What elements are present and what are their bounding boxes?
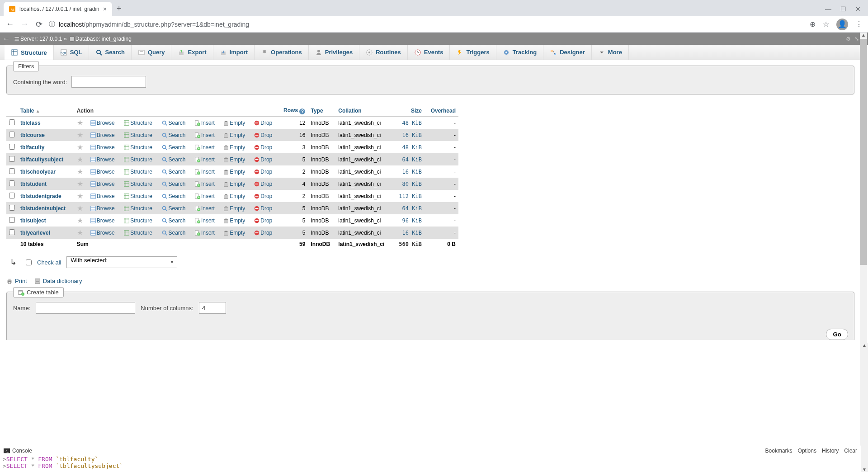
drop-link[interactable]: Drop — [254, 120, 272, 126]
empty-link[interactable]: Empty — [223, 205, 245, 212]
drop-link[interactable]: Drop — [254, 217, 272, 224]
row-checkbox[interactable] — [9, 144, 15, 150]
browse-link[interactable]: Browse — [90, 230, 115, 236]
empty-link[interactable]: Empty — [223, 144, 245, 151]
browse-link[interactable]: Browse — [90, 217, 115, 224]
search-link[interactable]: Search — [161, 181, 185, 187]
settings-icon[interactable]: ⚙ — [846, 36, 851, 42]
url-input[interactable]: ⓘ localhost/phpmyadmin/db_structure.php?… — [49, 20, 804, 28]
table-name-input[interactable] — [36, 302, 135, 314]
search-link[interactable]: Search — [161, 132, 185, 138]
drop-link[interactable]: Drop — [254, 132, 272, 138]
insert-link[interactable]: +Insert — [194, 120, 215, 126]
table-name-link[interactable]: tblcourse — [20, 132, 45, 138]
num-columns-input[interactable] — [199, 302, 226, 314]
new-tab-button[interactable]: + — [112, 1, 126, 16]
filter-input[interactable] — [71, 76, 146, 88]
structure-link[interactable]: Structure — [123, 169, 152, 175]
table-name-link[interactable]: tblstudent — [20, 181, 47, 187]
insert-link[interactable]: +Insert — [194, 181, 215, 187]
table-name-link[interactable]: tblstudentgrade — [20, 193, 61, 199]
favorite-icon[interactable]: ★ — [77, 143, 83, 151]
col-size[interactable]: Size — [393, 105, 425, 117]
row-checkbox[interactable] — [9, 229, 15, 235]
drop-link[interactable]: Drop — [254, 230, 272, 236]
drop-link[interactable]: Drop — [254, 169, 272, 175]
structure-link[interactable]: Structure — [123, 144, 152, 151]
tab-more[interactable]: More — [592, 45, 629, 60]
structure-link[interactable]: Structure — [123, 181, 152, 187]
insert-link[interactable]: +Insert — [194, 230, 215, 236]
structure-link[interactable]: Structure — [123, 120, 152, 126]
check-all-checkbox[interactable] — [26, 260, 32, 265]
structure-link[interactable]: Structure — [123, 132, 152, 138]
tab-export[interactable]: Export — [171, 45, 213, 60]
browse-link[interactable]: Browse — [90, 169, 115, 175]
insert-link[interactable]: +Insert — [194, 205, 215, 212]
search-link[interactable]: Search — [161, 230, 185, 236]
search-link[interactable]: Search — [161, 156, 185, 163]
insert-link[interactable]: +Insert — [194, 156, 215, 163]
empty-link[interactable]: Empty — [223, 132, 245, 138]
browse-link[interactable]: Browse — [90, 132, 115, 138]
browse-link[interactable]: Browse — [90, 144, 115, 151]
table-name-link[interactable]: tblsubject — [20, 217, 46, 224]
col-overhead[interactable]: Overhead — [425, 105, 458, 117]
drop-link[interactable]: Drop — [254, 181, 272, 187]
browse-link[interactable]: Browse — [90, 193, 115, 199]
close-icon[interactable]: ✕ — [855, 5, 861, 13]
favorite-icon[interactable]: ★ — [77, 229, 83, 236]
col-type[interactable]: Type — [308, 105, 335, 117]
scroll-up-icon[interactable]: ▲ — [860, 33, 867, 38]
row-checkbox[interactable] — [9, 193, 15, 198]
breadcrumb-server[interactable]: Server: 127.0.0.1 — [20, 36, 62, 42]
favorite-icon[interactable]: ★ — [77, 192, 83, 200]
check-all-link[interactable]: Check all — [37, 259, 61, 266]
forward-button[interactable]: → — [20, 19, 29, 29]
empty-link[interactable]: Empty — [223, 217, 245, 224]
col-rows[interactable]: Rows ? — [278, 105, 308, 117]
tab-operations[interactable]: Operations — [255, 45, 309, 60]
back-button[interactable]: ← — [5, 19, 14, 29]
help-icon[interactable]: ? — [299, 109, 305, 114]
search-link[interactable]: Search — [161, 193, 185, 199]
minimize-icon[interactable]: — — [825, 5, 831, 13]
browser-tab[interactable]: M localhost / 127.0.0.1 / inet_gradin × — [4, 2, 112, 16]
tab-designer[interactable]: Designer — [543, 45, 592, 60]
favorite-icon[interactable]: ★ — [77, 204, 83, 212]
empty-link[interactable]: Empty — [223, 120, 245, 126]
tab-privileges[interactable]: Privileges — [309, 45, 359, 60]
row-checkbox[interactable] — [9, 168, 15, 174]
scrollbar-thumb[interactable] — [860, 39, 867, 265]
maximize-icon[interactable]: ☐ — [840, 5, 846, 13]
empty-link[interactable]: Empty — [223, 230, 245, 236]
tab-search[interactable]: Search — [89, 45, 132, 60]
table-name-link[interactable]: tblschoolyear — [20, 169, 56, 175]
drop-link[interactable]: Drop — [254, 205, 272, 212]
data-dictionary-link[interactable]: Data dictionary — [34, 278, 82, 284]
search-link[interactable]: Search — [161, 120, 185, 126]
search-link[interactable]: Search — [161, 205, 185, 212]
insert-link[interactable]: +Insert — [194, 144, 215, 151]
insert-link[interactable]: +Insert — [194, 193, 215, 199]
structure-link[interactable]: Structure — [123, 193, 152, 199]
table-name-link[interactable]: tblstudentsubject — [20, 205, 66, 212]
exit-fullscreen-icon[interactable]: ⤡ — [854, 36, 859, 42]
tab-tracking[interactable]: Tracking — [496, 45, 543, 60]
row-checkbox[interactable] — [9, 156, 15, 162]
breadcrumb-back-icon[interactable]: ← — [3, 35, 10, 43]
tab-events[interactable]: Events — [408, 45, 450, 60]
browse-link[interactable]: Browse — [90, 156, 115, 163]
reload-button[interactable]: ⟳ — [34, 19, 43, 29]
tab-import[interactable]: Import — [213, 45, 255, 60]
empty-link[interactable]: Empty — [223, 156, 245, 163]
table-name-link[interactable]: tblclass — [20, 120, 41, 126]
favorite-icon[interactable]: ★ — [77, 217, 83, 224]
empty-link[interactable]: Empty — [223, 193, 245, 199]
structure-link[interactable]: Structure — [123, 205, 152, 212]
structure-link[interactable]: Structure — [123, 230, 152, 236]
search-link[interactable]: Search — [161, 217, 185, 224]
favorite-icon[interactable]: ★ — [77, 131, 83, 139]
bookmark-icon[interactable]: ☆ — [823, 20, 829, 28]
empty-link[interactable]: Empty — [223, 169, 245, 175]
